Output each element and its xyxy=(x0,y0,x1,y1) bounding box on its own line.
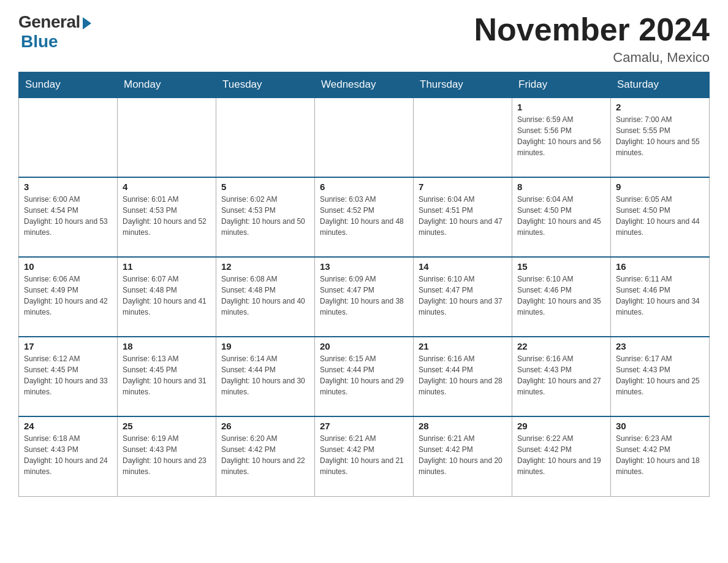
title-section: November 2024 Camalu, Mexico xyxy=(474,12,710,66)
day-info: Sunrise: 6:20 AMSunset: 4:42 PMDaylight:… xyxy=(221,433,309,477)
calendar-cell xyxy=(118,98,216,177)
day-info: Sunrise: 6:15 AMSunset: 4:44 PMDaylight:… xyxy=(320,353,408,397)
calendar-cell: 30Sunrise: 6:23 AMSunset: 4:42 PMDayligh… xyxy=(611,416,710,496)
day-info: Sunrise: 6:21 AMSunset: 4:42 PMDaylight:… xyxy=(419,433,507,477)
day-number: 17 xyxy=(24,341,112,351)
day-of-week-sunday: Sunday xyxy=(19,72,118,98)
day-info: Sunrise: 6:10 AMSunset: 4:47 PMDaylight:… xyxy=(419,274,507,318)
day-number: 4 xyxy=(123,182,211,192)
day-number: 19 xyxy=(221,341,309,351)
calendar-cell: 11Sunrise: 6:07 AMSunset: 4:48 PMDayligh… xyxy=(118,257,216,337)
day-info: Sunrise: 6:12 AMSunset: 4:45 PMDaylight:… xyxy=(24,353,112,397)
day-number: 1 xyxy=(517,102,605,112)
day-number: 14 xyxy=(419,261,507,272)
day-number: 23 xyxy=(616,341,704,351)
day-number: 26 xyxy=(221,421,309,431)
calendar-cell: 23Sunrise: 6:17 AMSunset: 4:43 PMDayligh… xyxy=(611,337,710,416)
day-info: Sunrise: 6:03 AMSunset: 4:52 PMDaylight:… xyxy=(320,194,408,238)
calendar-cell: 3Sunrise: 6:00 AMSunset: 4:54 PMDaylight… xyxy=(19,177,118,257)
day-info: Sunrise: 6:08 AMSunset: 4:48 PMDaylight:… xyxy=(221,274,309,318)
day-number: 9 xyxy=(616,182,704,192)
calendar-cell: 24Sunrise: 6:18 AMSunset: 4:43 PMDayligh… xyxy=(19,416,118,496)
calendar-cell: 25Sunrise: 6:19 AMSunset: 4:43 PMDayligh… xyxy=(118,416,216,496)
calendar-week-row: 3Sunrise: 6:00 AMSunset: 4:54 PMDaylight… xyxy=(19,177,710,257)
calendar-cell xyxy=(315,98,414,177)
day-info: Sunrise: 6:11 AMSunset: 4:46 PMDaylight:… xyxy=(616,274,704,318)
calendar-cell xyxy=(19,98,118,177)
calendar-week-row: 17Sunrise: 6:12 AMSunset: 4:45 PMDayligh… xyxy=(19,337,710,416)
calendar-week-row: 24Sunrise: 6:18 AMSunset: 4:43 PMDayligh… xyxy=(19,416,710,496)
day-number: 20 xyxy=(320,341,408,351)
day-number: 28 xyxy=(419,421,507,431)
day-number: 30 xyxy=(616,421,704,431)
day-info: Sunrise: 6:14 AMSunset: 4:44 PMDaylight:… xyxy=(221,353,309,397)
calendar-cell: 29Sunrise: 6:22 AMSunset: 4:42 PMDayligh… xyxy=(512,416,611,496)
day-number: 18 xyxy=(123,341,211,351)
day-info: Sunrise: 6:16 AMSunset: 4:44 PMDaylight:… xyxy=(419,353,507,397)
calendar-cell: 22Sunrise: 6:16 AMSunset: 4:43 PMDayligh… xyxy=(512,337,611,416)
day-info: Sunrise: 6:16 AMSunset: 4:43 PMDaylight:… xyxy=(517,353,605,397)
day-info: Sunrise: 6:00 AMSunset: 4:54 PMDaylight:… xyxy=(24,194,112,238)
calendar-cell: 27Sunrise: 6:21 AMSunset: 4:42 PMDayligh… xyxy=(315,416,414,496)
day-number: 25 xyxy=(123,421,211,431)
day-number: 24 xyxy=(24,421,112,431)
calendar-cell: 6Sunrise: 6:03 AMSunset: 4:52 PMDaylight… xyxy=(315,177,414,257)
calendar-cell: 8Sunrise: 6:04 AMSunset: 4:50 PMDaylight… xyxy=(512,177,611,257)
logo-arrow-icon xyxy=(83,17,91,29)
calendar-cell: 12Sunrise: 6:08 AMSunset: 4:48 PMDayligh… xyxy=(216,257,315,337)
calendar-cell xyxy=(414,98,512,177)
calendar-cell: 4Sunrise: 6:01 AMSunset: 4:53 PMDaylight… xyxy=(118,177,216,257)
day-info: Sunrise: 6:07 AMSunset: 4:48 PMDaylight:… xyxy=(123,274,211,318)
calendar-cell: 10Sunrise: 6:06 AMSunset: 4:49 PMDayligh… xyxy=(19,257,118,337)
calendar-cell: 18Sunrise: 6:13 AMSunset: 4:45 PMDayligh… xyxy=(118,337,216,416)
logo-blue-text: Blue xyxy=(21,32,58,52)
day-number: 5 xyxy=(221,182,309,192)
day-number: 15 xyxy=(517,261,605,272)
day-number: 16 xyxy=(616,261,704,272)
day-number: 10 xyxy=(24,261,112,272)
day-of-week-friday: Friday xyxy=(512,72,611,98)
calendar-cell: 21Sunrise: 6:16 AMSunset: 4:44 PMDayligh… xyxy=(414,337,512,416)
calendar-cell: 1Sunrise: 6:59 AMSunset: 5:56 PMDaylight… xyxy=(512,98,611,177)
calendar-header-row: SundayMondayTuesdayWednesdayThursdayFrid… xyxy=(19,72,710,98)
day-info: Sunrise: 6:59 AMSunset: 5:56 PMDaylight:… xyxy=(517,114,605,158)
day-of-week-tuesday: Tuesday xyxy=(216,72,315,98)
calendar-cell: 9Sunrise: 6:05 AMSunset: 4:50 PMDaylight… xyxy=(611,177,710,257)
day-number: 3 xyxy=(24,182,112,192)
day-info: Sunrise: 6:04 AMSunset: 4:50 PMDaylight:… xyxy=(517,194,605,238)
calendar-cell: 13Sunrise: 6:09 AMSunset: 4:47 PMDayligh… xyxy=(315,257,414,337)
logo: General Blue xyxy=(18,12,91,52)
calendar-cell: 28Sunrise: 6:21 AMSunset: 4:42 PMDayligh… xyxy=(414,416,512,496)
calendar-cell: 5Sunrise: 6:02 AMSunset: 4:53 PMDaylight… xyxy=(216,177,315,257)
day-info: Sunrise: 6:02 AMSunset: 4:53 PMDaylight:… xyxy=(221,194,309,238)
calendar-cell: 14Sunrise: 6:10 AMSunset: 4:47 PMDayligh… xyxy=(414,257,512,337)
day-info: Sunrise: 6:04 AMSunset: 4:51 PMDaylight:… xyxy=(419,194,507,238)
day-number: 21 xyxy=(419,341,507,351)
page-header: General Blue November 2024 Camalu, Mexic… xyxy=(18,12,710,66)
calendar-cell: 19Sunrise: 6:14 AMSunset: 4:44 PMDayligh… xyxy=(216,337,315,416)
calendar-cell xyxy=(216,98,315,177)
location: Camalu, Mexico xyxy=(474,50,710,66)
day-info: Sunrise: 6:22 AMSunset: 4:42 PMDaylight:… xyxy=(517,433,605,477)
day-info: Sunrise: 7:00 AMSunset: 5:55 PMDaylight:… xyxy=(616,114,704,158)
day-number: 11 xyxy=(123,261,211,272)
day-info: Sunrise: 6:23 AMSunset: 4:42 PMDaylight:… xyxy=(616,433,704,477)
day-info: Sunrise: 6:19 AMSunset: 4:43 PMDaylight:… xyxy=(123,433,211,477)
day-number: 7 xyxy=(419,182,507,192)
calendar-table: SundayMondayTuesdayWednesdayThursdayFrid… xyxy=(18,72,710,497)
day-info: Sunrise: 6:21 AMSunset: 4:42 PMDaylight:… xyxy=(320,433,408,477)
calendar-cell: 26Sunrise: 6:20 AMSunset: 4:42 PMDayligh… xyxy=(216,416,315,496)
calendar-week-row: 1Sunrise: 6:59 AMSunset: 5:56 PMDaylight… xyxy=(19,98,710,177)
day-info: Sunrise: 6:17 AMSunset: 4:43 PMDaylight:… xyxy=(616,353,704,397)
day-number: 29 xyxy=(517,421,605,431)
day-number: 6 xyxy=(320,182,408,192)
day-info: Sunrise: 6:05 AMSunset: 4:50 PMDaylight:… xyxy=(616,194,704,238)
calendar-cell: 2Sunrise: 7:00 AMSunset: 5:55 PMDaylight… xyxy=(611,98,710,177)
day-number: 2 xyxy=(616,102,704,112)
day-info: Sunrise: 6:01 AMSunset: 4:53 PMDaylight:… xyxy=(123,194,211,238)
day-info: Sunrise: 6:18 AMSunset: 4:43 PMDaylight:… xyxy=(24,433,112,477)
calendar-cell: 20Sunrise: 6:15 AMSunset: 4:44 PMDayligh… xyxy=(315,337,414,416)
day-info: Sunrise: 6:06 AMSunset: 4:49 PMDaylight:… xyxy=(24,274,112,318)
calendar-cell: 16Sunrise: 6:11 AMSunset: 4:46 PMDayligh… xyxy=(611,257,710,337)
day-of-week-monday: Monday xyxy=(118,72,216,98)
